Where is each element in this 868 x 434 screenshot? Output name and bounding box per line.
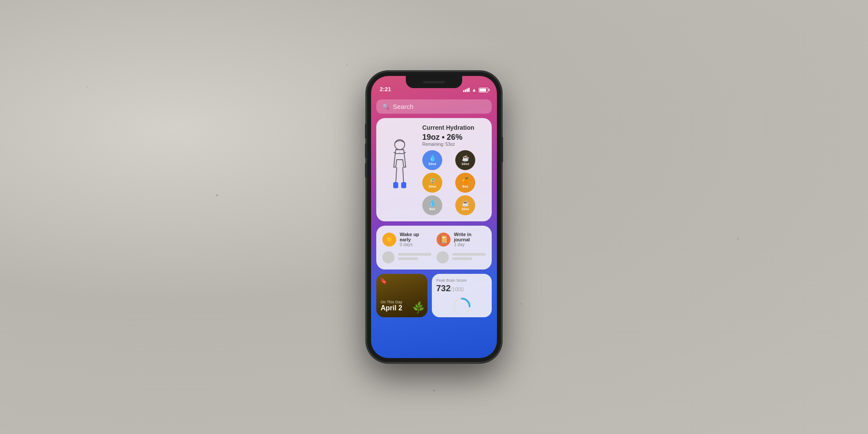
svg-rect-1 xyxy=(393,182,398,188)
on-this-day-card[interactable]: 🔖 On This Day April 2 🌿 xyxy=(376,274,427,317)
habit-wake-days: 0 days xyxy=(400,242,431,247)
habit-item-journal[interactable]: 📔 Write in journal 1 day xyxy=(437,232,486,247)
body-figure xyxy=(382,124,417,215)
screen-content: 🔍 Search xyxy=(371,95,497,358)
drink-button-juice-8oz[interactable]: 🍊 8oz xyxy=(455,173,475,193)
drink-label-10oz-2: 10oz xyxy=(428,184,436,188)
habit-wake-name: Wake up early xyxy=(400,232,431,242)
status-icons: ▲ xyxy=(463,87,488,92)
drink-label-22oz: 22oz xyxy=(428,162,436,166)
drink-button-coffee-10oz[interactable]: ☕ 10oz xyxy=(455,150,475,170)
battery-icon xyxy=(479,88,488,92)
brain-chart-svg xyxy=(451,296,473,313)
brain-score-card[interactable]: Peak Brain Score 732/1000 xyxy=(432,274,492,317)
svg-point-0 xyxy=(395,140,404,150)
drink-grid: 💧 22oz ☕ 10oz 🧋 10oz xyxy=(422,150,486,215)
notch-speaker xyxy=(423,81,445,83)
hydration-card: Current Hydration 19oz • 26% Remaining: … xyxy=(376,118,492,221)
drink-tea-icon: 🧋 xyxy=(429,177,436,184)
bottom-row: 🔖 On This Day April 2 🌿 Peak Brain Score… xyxy=(376,274,492,317)
habits-row: ☀️ Wake up early 0 days 📔 Write in journ… xyxy=(382,232,486,247)
habits-card: ☀️ Wake up early 0 days 📔 Write in journ… xyxy=(376,226,492,270)
placeholder-line-1b xyxy=(398,257,418,260)
body-figure-svg xyxy=(385,137,415,202)
hydration-amount: 19oz • 26% xyxy=(422,133,486,142)
drink-coffee2-icon: ☕ xyxy=(462,200,469,207)
battery-fill xyxy=(480,89,486,92)
drink-coffee-icon: ☕ xyxy=(462,155,469,161)
brain-score-label: Peak Brain Score xyxy=(436,278,487,283)
placeholder-habit-1 xyxy=(382,251,431,263)
drink-button-coffee-10oz-2[interactable]: ☕ 10oz xyxy=(455,195,475,215)
drink-label-8oz-2: 8oz xyxy=(429,207,435,211)
status-time: 2:21 xyxy=(380,86,391,92)
drink-button-tea-10oz[interactable]: 🧋 10oz xyxy=(422,173,442,193)
signal-bar-4 xyxy=(468,88,470,92)
phone-outer: 2:21 ▲ 🔍 xyxy=(367,72,501,362)
drink-water-icon: 💧 xyxy=(429,155,436,161)
habit-journal-name: Write in journal xyxy=(454,232,486,242)
wifi-icon: ▲ xyxy=(472,87,477,92)
placeholder-circle-1 xyxy=(382,251,395,263)
drink-button-water-8oz[interactable]: 💧 8oz xyxy=(422,195,442,215)
habit-wake-text: Wake up early 0 days xyxy=(400,232,431,247)
phone-screen: 2:21 ▲ 🔍 xyxy=(371,76,497,358)
signal-bar-2 xyxy=(465,89,466,92)
hydration-title: Current Hydration xyxy=(422,124,486,131)
search-placeholder: Search xyxy=(393,103,414,110)
placeholder-habit-2 xyxy=(437,251,486,263)
placeholder-habits-row xyxy=(382,251,486,263)
signal-bar-1 xyxy=(463,90,464,92)
placeholder-lines-2 xyxy=(452,253,486,262)
search-icon: 🔍 xyxy=(382,103,389,110)
phone-container: 2:21 ▲ 🔍 xyxy=(367,72,501,362)
habit-book-icon: 📔 xyxy=(437,233,450,247)
placeholder-line-1a xyxy=(398,253,431,256)
drink-label-10oz: 10oz xyxy=(461,162,469,166)
habit-item-wake[interactable]: ☀️ Wake up early 0 days xyxy=(382,232,431,247)
on-this-day-bookmark-icon: 🔖 xyxy=(380,277,387,284)
hydration-remaining: Remaining: 53oz xyxy=(422,142,486,147)
hydration-info: Current Hydration 19oz • 26% Remaining: … xyxy=(422,124,486,215)
habit-sun-icon: ☀️ xyxy=(382,233,396,247)
signal-bar-3 xyxy=(467,89,468,92)
drink-label-10oz-3: 10oz xyxy=(461,207,469,211)
habit-journal-days: 1 day xyxy=(454,242,486,247)
phone-notch xyxy=(406,76,462,88)
drink-juice-icon: 🍊 xyxy=(462,177,469,184)
svg-rect-2 xyxy=(401,182,406,188)
placeholder-line-2a xyxy=(452,253,486,256)
signal-bars-icon xyxy=(463,88,470,92)
placeholder-lines-1 xyxy=(398,253,431,262)
drink-water2-icon: 💧 xyxy=(429,200,436,207)
placeholder-circle-2 xyxy=(437,251,449,263)
brain-chart xyxy=(436,296,487,313)
drink-button-water-22oz[interactable]: 💧 22oz xyxy=(422,150,442,170)
drink-label-8oz: 8oz xyxy=(462,184,468,188)
habit-journal-text: Write in journal 1 day xyxy=(454,232,486,247)
placeholder-line-2b xyxy=(452,257,472,260)
search-bar[interactable]: 🔍 Search xyxy=(376,99,492,114)
brain-score-value: 732/1000 xyxy=(436,283,487,293)
